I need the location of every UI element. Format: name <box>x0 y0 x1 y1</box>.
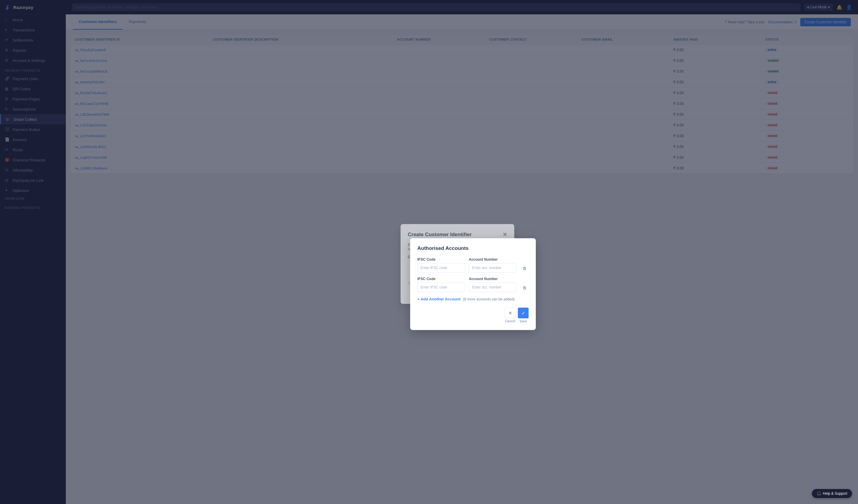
close-behind-icon[interactable]: ✕ <box>503 231 507 238</box>
add-account-row: + Add Another Account (8 more accounts c… <box>417 296 529 302</box>
trash-icon <box>522 266 527 271</box>
modal-behind-title-text: Create Customer Identifier <box>408 232 472 238</box>
save-col: ✓ Save <box>518 308 529 323</box>
delete-row-1-button[interactable] <box>520 264 529 273</box>
ifsc-input-2[interactable] <box>417 282 465 292</box>
ifsc-label-1: IFSC Code <box>417 257 465 262</box>
account-field-2: Account Number <box>469 277 517 292</box>
account-label-2: Account Number <box>469 277 517 281</box>
modal-save-button[interactable]: ✓ <box>518 308 529 319</box>
cancel-label: Cancel <box>505 319 515 323</box>
ifsc-field-1: IFSC Code <box>417 257 465 273</box>
account-row-2: IFSC Code Account Number <box>417 277 529 292</box>
help-support-label: Help & Support <box>823 491 847 495</box>
authorised-accounts-modal: Authorised Accounts IFSC Code Account Nu… <box>410 238 536 330</box>
headset-icon: 🎧 <box>817 491 821 495</box>
account-label-1: Account Number <box>469 257 517 262</box>
ifsc-field-2: IFSC Code <box>417 277 465 292</box>
modal-behind-title-row: Create Customer Identifier ✕ <box>408 231 507 238</box>
account-input-2[interactable] <box>469 282 517 292</box>
modal-overlay: Create Customer Identifier ✕ Third Party… <box>0 0 858 504</box>
authorised-accounts-title: Authorised Accounts <box>417 245 529 251</box>
cancel-col: ✕ Cancel <box>505 308 515 323</box>
modal-cancel-button[interactable]: ✕ <box>505 308 515 319</box>
help-support-button[interactable]: 🎧 Help & Support <box>812 489 852 498</box>
account-input-1[interactable] <box>469 263 517 273</box>
add-more-hint: (8 more accounts can be added) <box>463 297 515 301</box>
account-row-1: IFSC Code Account Number <box>417 257 529 273</box>
ifsc-label-2: IFSC Code <box>417 277 465 281</box>
trash-icon-2 <box>522 286 527 290</box>
ifsc-input-1[interactable] <box>417 263 465 273</box>
add-another-account-link[interactable]: + Add Another Account <box>417 297 460 301</box>
modal-front-footer: ✕ Cancel ✓ Save <box>417 308 529 323</box>
delete-row-2-button[interactable] <box>520 284 529 292</box>
save-label: Save <box>519 319 527 323</box>
account-field-1: Account Number <box>469 257 517 273</box>
